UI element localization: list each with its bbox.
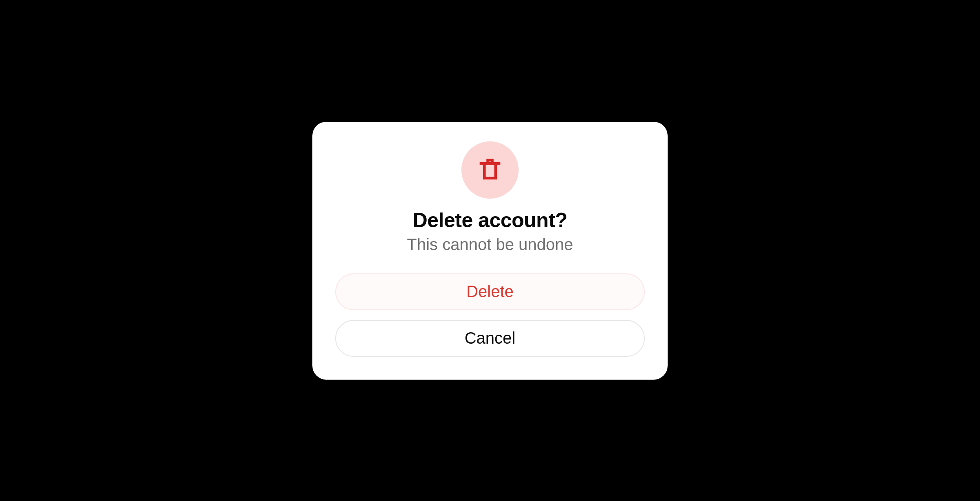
delete-button[interactable]: Delete <box>335 273 645 310</box>
dialog-icon-circle <box>461 141 519 199</box>
dialog-title: Delete account? <box>413 208 568 232</box>
trash-icon <box>477 156 503 184</box>
cancel-button[interactable]: Cancel <box>335 320 645 357</box>
confirmation-dialog: Delete account? This cannot be undone De… <box>312 122 668 380</box>
dialog-subtitle: This cannot be undone <box>407 235 573 254</box>
